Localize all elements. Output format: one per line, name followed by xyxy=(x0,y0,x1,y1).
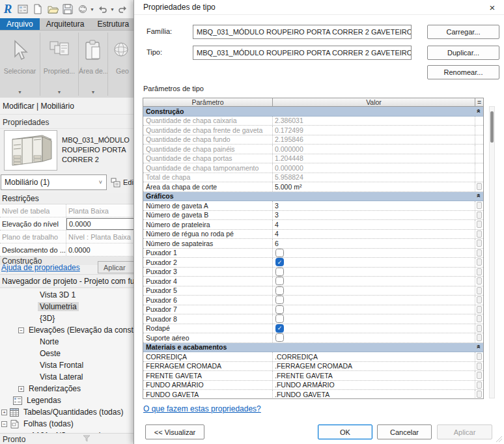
visualizar-button[interactable]: << Visualizar xyxy=(145,424,204,439)
tree-item-renderizacoes[interactable]: +Renderizações xyxy=(0,383,133,395)
tree-item-tabelas-quantidades-todas[interactable]: +Tabelas/Quantidades (todas) xyxy=(0,406,133,418)
associate-param-button[interactable] xyxy=(477,258,482,266)
param-value-cell[interactable]: .FERRAGEM CROMADA xyxy=(273,362,475,371)
aplicar-button[interactable]: Aplicar xyxy=(437,424,492,439)
cancelar-button[interactable]: Cancelar xyxy=(377,424,432,439)
close-icon[interactable]: × xyxy=(486,1,499,14)
associate-param-button[interactable] xyxy=(477,306,482,313)
ok-button[interactable]: OK xyxy=(318,424,372,439)
associate-param-button[interactable] xyxy=(477,334,482,341)
table-section-materiais-e-acabamentos[interactable]: Materiais e acabamentos» xyxy=(143,343,483,353)
tree-item-norte[interactable]: Norte xyxy=(0,336,133,348)
checkbox-unchecked-icon[interactable] xyxy=(275,296,284,304)
associate-param-button[interactable] xyxy=(477,363,482,370)
collapse-section-icon[interactable]: » xyxy=(473,343,483,352)
associate-param-button[interactable] xyxy=(477,353,482,360)
panel-flyout-caret[interactable]: ▼ xyxy=(91,90,96,94)
panel-flyout-caret[interactable]: ▼ xyxy=(18,90,22,94)
param-value-cell[interactable] xyxy=(273,333,475,342)
param-value-cell[interactable]: .FUNDO ARMÁRIO xyxy=(273,381,475,390)
collapse-expander-icon[interactable]: − xyxy=(18,327,24,333)
tree-item-elevacoes-elevacao-da-constru[interactable]: −Elevações (Elevação da constru xyxy=(0,324,133,336)
type-selector-dropdown[interactable]: Mobiliário (1) ˅ xyxy=(1,174,107,190)
table-scrollbar[interactable] xyxy=(489,106,495,398)
column-header-assoc[interactable]: = xyxy=(475,98,483,106)
ribbon-button-selecionar[interactable]: Selecionar ▼ xyxy=(0,31,40,98)
associate-param-button[interactable] xyxy=(477,325,482,332)
sync-icon[interactable] xyxy=(76,3,89,16)
associate-param-button[interactable] xyxy=(477,221,482,228)
checkbox-checked-icon[interactable]: ✓ xyxy=(275,258,284,266)
associate-param-button[interactable] xyxy=(477,315,482,322)
param-value-cell[interactable]: .FRENTE GAVETA xyxy=(273,371,475,380)
tree-item-volumetria[interactable]: Volumetria xyxy=(0,301,133,312)
checkbox-unchecked-icon[interactable] xyxy=(275,333,284,342)
project-browser-icon[interactable] xyxy=(16,3,29,16)
table-section-construcao[interactable]: Construção» xyxy=(143,107,483,117)
checkbox-unchecked-icon[interactable] xyxy=(275,249,284,257)
associate-param-button[interactable] xyxy=(477,296,482,303)
associate-param-button[interactable] xyxy=(477,249,482,257)
renomear-button[interactable]: Renomear... xyxy=(427,65,499,79)
new-file-icon[interactable] xyxy=(31,3,44,16)
tree-item-legendas[interactable]: Legendas xyxy=(0,395,133,406)
tree-item-vista-lateral[interactable]: Vista Lateral xyxy=(0,371,133,383)
ribbon-button-area[interactable]: Área de... ▼ xyxy=(79,31,107,98)
tipo-combobox[interactable]: MBQ_031_MÓDULO ROUPEIRO PORTA CORRER 2 G… xyxy=(193,46,412,60)
tree-item-vista-3d-1[interactable]: Vista 3D 1 xyxy=(0,289,133,301)
palette-apply-button[interactable]: Aplicar xyxy=(98,261,133,273)
param-value-cell[interactable]: 3 xyxy=(273,201,475,210)
param-value-cell[interactable]: 4 xyxy=(273,220,475,229)
ribbon-button-propriedades[interactable]: Propried... ▼ xyxy=(40,31,78,98)
revit-logo-icon[interactable]: R xyxy=(1,3,14,16)
tree-item-folhas-todas[interactable]: −Folhas (todas) xyxy=(0,418,133,430)
param-value-cell[interactable]: 5.000 m² xyxy=(273,182,475,191)
checkbox-unchecked-icon[interactable] xyxy=(275,314,284,323)
param-value-cell[interactable] xyxy=(273,268,475,277)
associate-param-button[interactable] xyxy=(477,183,482,190)
associate-param-button[interactable] xyxy=(477,212,482,219)
ribbon-button-geo[interactable]: Geo xyxy=(108,31,133,98)
associate-param-button[interactable] xyxy=(477,240,482,247)
column-header-valor[interactable]: Valor xyxy=(273,98,475,106)
undo-icon[interactable] xyxy=(96,3,109,16)
param-value-cell[interactable] xyxy=(273,314,475,324)
associate-param-button[interactable] xyxy=(477,230,482,238)
resize-grip[interactable] xyxy=(496,436,502,442)
param-value-cell[interactable] xyxy=(273,286,475,296)
open-folder-icon[interactable] xyxy=(46,3,59,16)
column-header-parametro[interactable]: Parâmetro xyxy=(143,98,273,106)
checkbox-unchecked-icon[interactable] xyxy=(275,305,284,314)
familia-combobox[interactable]: MBQ_031_MÓDULO ROUPEIRO PORTA CORRER 2 G… xyxy=(193,25,412,39)
checkbox-checked-icon[interactable]: ✓ xyxy=(275,324,284,333)
param-value-cell[interactable] xyxy=(273,277,475,286)
associate-param-button[interactable] xyxy=(477,287,482,294)
checkbox-unchecked-icon[interactable] xyxy=(275,277,284,285)
collapse-section-icon[interactable]: » xyxy=(473,192,483,201)
save-icon[interactable] xyxy=(61,3,74,16)
ribbon-tab-arquivo[interactable]: Arquivo xyxy=(0,18,40,30)
properties-help-link[interactable]: Ajuda de propriedades xyxy=(1,263,80,272)
ribbon-tab-estrutura[interactable]: Estrutura xyxy=(91,18,133,30)
tree-item-3d[interactable]: {3D} xyxy=(0,312,133,324)
tree-item-vista-frontal[interactable]: Vista Frontal xyxy=(0,359,133,371)
associate-param-button[interactable] xyxy=(477,391,482,398)
param-value-cell[interactable]: 3 xyxy=(273,211,475,220)
edit-type-button[interactable]: Editar tipo xyxy=(111,175,133,189)
param-value-cell[interactable]: 6 xyxy=(273,239,475,248)
param-value-cell[interactable]: .CORREDIÇA xyxy=(273,352,475,361)
property-value[interactable]: 0.0000 xyxy=(66,218,133,230)
undo-dropdown-caret[interactable]: ▼ xyxy=(110,7,115,12)
ribbon-tab-arquitetura[interactable]: Arquitetura xyxy=(40,18,91,30)
param-value-cell[interactable]: ✓ xyxy=(273,258,475,267)
property-value[interactable]: 0.0000 xyxy=(66,246,133,254)
associate-param-button[interactable] xyxy=(477,372,482,379)
filter-icon[interactable] xyxy=(83,435,91,444)
carregar-button[interactable]: Carregar... xyxy=(427,25,499,39)
associate-param-button[interactable] xyxy=(477,382,482,389)
checkbox-unchecked-icon[interactable] xyxy=(275,286,284,295)
param-value-cell[interactable] xyxy=(273,305,475,314)
collapse-expander-icon[interactable]: − xyxy=(1,421,7,427)
sync-dropdown-caret[interactable]: ▼ xyxy=(90,7,94,12)
param-value-cell[interactable]: ✓ xyxy=(273,324,475,333)
